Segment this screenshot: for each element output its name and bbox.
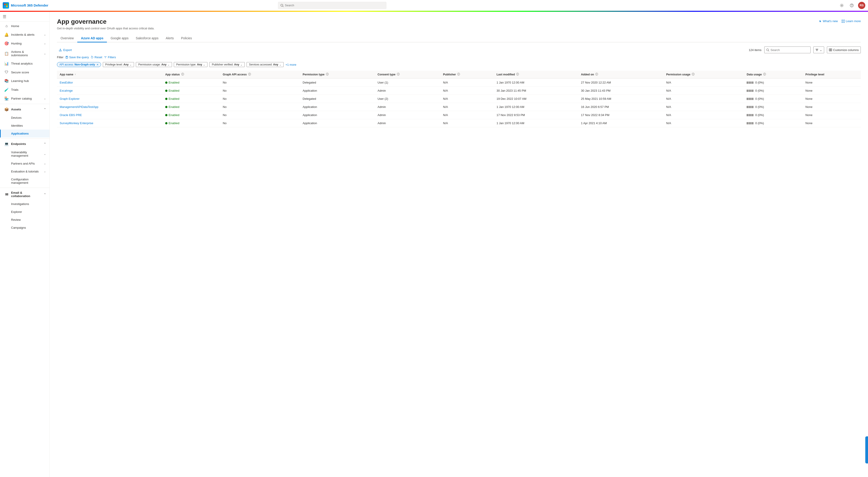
tab-overview[interactable]: Overview: [57, 35, 77, 42]
whats-new-link[interactable]: What's new: [818, 20, 838, 23]
data-bar: [747, 106, 753, 108]
app-name-link[interactable]: Excahnge: [60, 89, 73, 92]
sidebar-item-trials[interactable]: 🧪 Trials: [0, 85, 50, 94]
sidebar-explorer-label: Explorer: [11, 210, 46, 213]
th-last-modified[interactable]: Last modified ⓘ: [494, 71, 578, 78]
sort-button[interactable]: ⌄: [813, 46, 824, 53]
sidebar-item-campaigns[interactable]: Campaigns: [0, 224, 50, 232]
sidebar-item-partners-apis[interactable]: Partners and APIs ⌄: [0, 160, 50, 168]
th-graph-api-access[interactable]: Graph API access ⓘ: [220, 71, 300, 78]
sidebar-item-threat-analytics[interactable]: 📊 Threat analytics: [0, 59, 50, 68]
sidebar-item-partner-catalog[interactable]: 🏪 Partner catalog ⌄: [0, 94, 50, 103]
export-icon: [59, 48, 62, 52]
sidebar-item-incidents-alerts[interactable]: 🔔 Incidents & alerts ⌄: [0, 30, 50, 39]
hamburger-icon: ☰: [3, 14, 6, 19]
app-name-link[interactable]: Oracle EBS PRE: [60, 113, 82, 117]
tab-azure-ad-apps[interactable]: Azure AD apps: [77, 35, 107, 42]
email-collab-submenu: Investigations Explorer Review Campaigns: [0, 200, 50, 232]
more-filters-link[interactable]: +1 more: [285, 63, 296, 66]
table-search-input[interactable]: [771, 48, 809, 52]
reset-filter-link[interactable]: Reset: [91, 56, 102, 59]
sidebar-item-review[interactable]: Review: [0, 216, 50, 224]
sidebar-item-home[interactable]: ⌂ Home: [0, 22, 50, 30]
th-privilege-level[interactable]: Privilege level: [803, 71, 861, 78]
global-search[interactable]: [278, 2, 386, 9]
cell-privilege-level: None: [803, 78, 861, 87]
svg-rect-16: [830, 49, 831, 51]
info-icon: ⓘ: [248, 72, 251, 76]
brand-name: Microsoft 365 Defender: [11, 3, 49, 7]
th-consent-type[interactable]: Consent type ⓘ: [375, 71, 440, 78]
th-permission-usage[interactable]: Permission usage ⓘ: [663, 71, 744, 78]
app-name-link[interactable]: Graph Explorer: [60, 97, 80, 100]
th-publisher[interactable]: Publisher ⓘ: [440, 71, 494, 78]
data-bar-seg: [750, 81, 752, 84]
chip-api-access-label: API access: Non-Graph only: [59, 63, 95, 66]
customize-columns-button[interactable]: Customize columns: [827, 46, 861, 53]
save-query-link[interactable]: Save the query: [65, 56, 89, 59]
sidebar-item-actions-submissions[interactable]: 📋 Actions & submissions ⌄: [0, 48, 50, 59]
app-name-link[interactable]: ManagementAPIDataTestApp: [60, 105, 98, 109]
sidebar-item-investigations[interactable]: Investigations: [0, 200, 50, 208]
filter-icon: [104, 56, 107, 59]
data-bar-seg: [748, 122, 750, 125]
chip-privilege-level[interactable]: Privilege level: Any ⌄: [103, 62, 134, 67]
table-search[interactable]: [764, 46, 811, 53]
sidebar-toggle[interactable]: ☰: [0, 12, 50, 22]
tab-policies[interactable]: Policies: [177, 35, 195, 42]
cell-data-usage: 0 (0%): [744, 78, 803, 87]
tab-alerts[interactable]: Alerts: [162, 35, 177, 42]
th-app-name[interactable]: App name ↑: [57, 71, 162, 78]
settings-button[interactable]: [838, 2, 845, 9]
th-app-status[interactable]: App status ⓘ: [162, 71, 220, 78]
sidebar-item-explorer[interactable]: Explorer: [0, 208, 50, 216]
sidebar-item-hunting[interactable]: 🎯 Hunting ⌄: [0, 39, 50, 48]
data-bar-seg: [752, 114, 753, 116]
tab-google-apps[interactable]: Google apps: [107, 35, 132, 42]
cell-permission-usage: N/A: [663, 119, 744, 127]
chips-row: API access: Non-Graph only × Privilege l…: [57, 62, 861, 67]
sidebar-section-email-collab[interactable]: ✉ Email & collaboration ⌃: [0, 189, 50, 200]
sidebar-item-learning-hub[interactable]: 📚 Learning hub: [0, 76, 50, 85]
sidebar-item-applications[interactable]: Applications: [0, 130, 50, 137]
info-icon: ⓘ: [692, 72, 694, 76]
chip-services-accessed[interactable]: Services accessed: Any ⌄: [247, 62, 284, 67]
info-icon: ⓘ: [516, 72, 519, 76]
user-avatar[interactable]: RS: [858, 2, 865, 9]
data-bar-seg: [752, 90, 753, 92]
tab-salesforce-apps[interactable]: Salesforce apps: [132, 35, 162, 42]
sidebar-learning-hub-label: Learning hub: [11, 79, 46, 82]
sidebar-item-devices[interactable]: Devices: [0, 114, 50, 122]
sidebar-item-evaluation-tutorials[interactable]: Evaluation & tutorials ⌄: [0, 168, 50, 175]
filters-button[interactable]: Filters: [104, 56, 116, 59]
chip-remove-icon[interactable]: ×: [96, 63, 98, 66]
th-added-on[interactable]: Added on ⓘ: [578, 71, 663, 78]
reset-icon: [91, 56, 94, 59]
chip-api-access[interactable]: API access: Non-Graph only ×: [57, 62, 101, 67]
data-usage-value: 0 (0%): [755, 105, 764, 109]
help-button[interactable]: [848, 2, 855, 9]
th-data-usage[interactable]: Data usage ⓘ: [744, 71, 803, 78]
sidebar-item-secure-score[interactable]: 🛡 Secure score: [0, 68, 50, 76]
export-button[interactable]: Export: [57, 47, 74, 53]
app-name-link[interactable]: EwsEditor: [60, 81, 73, 84]
global-search-input[interactable]: [285, 4, 384, 7]
sidebar-item-identities[interactable]: Identities: [0, 122, 50, 130]
toolbar-row: Export 124 items ⌄: [57, 46, 861, 53]
sidebar-section-endpoints[interactable]: 💻 Endpoints ⌃: [0, 139, 50, 148]
data-bar-seg: [750, 106, 752, 108]
chip-publisher-verified[interactable]: Publisher verified: Any ⌄: [209, 62, 245, 67]
sidebar-section-assets[interactable]: 📦 Assets ⌃: [0, 105, 50, 114]
sidebar-item-vulnerability-management[interactable]: Vulnerability management ⌄: [0, 148, 50, 160]
chevron-up-icon: ⌃: [44, 108, 46, 111]
chip-permission-usage[interactable]: Permission usage: Any ⌄: [136, 62, 172, 67]
sidebar-config-label: Configuration management: [11, 178, 46, 184]
th-permission-type[interactable]: Permission type ⓘ: [300, 71, 375, 78]
app-name-link[interactable]: SurveyMonkey Enterprise: [60, 122, 93, 125]
sidebar-item-configuration-management[interactable]: Configuration management: [0, 175, 50, 187]
cell-consent-type: Admin: [375, 87, 440, 95]
page-subtitle: Get in-depth visibility and control over…: [57, 27, 861, 30]
learn-more-link[interactable]: Learn more: [842, 20, 861, 23]
sidebar-hunting-label: Hunting: [11, 42, 41, 45]
chip-permission-type[interactable]: Permission type: Any ⌄: [174, 62, 208, 67]
